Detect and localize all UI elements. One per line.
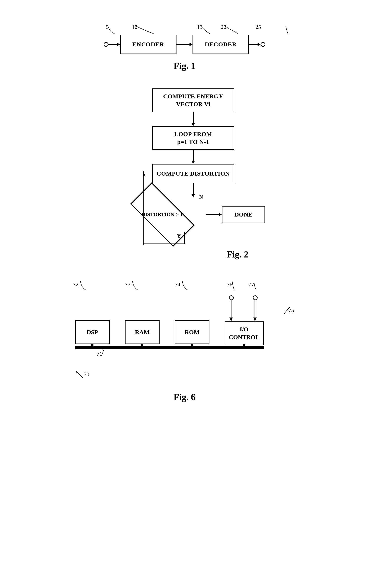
- page-container: 5 10 15 20 25: [0, 0, 369, 588]
- fig6-ram-box: RAM: [125, 320, 160, 344]
- fig1-output-circle: [261, 42, 265, 47]
- fig1-encoder-label: ENCODER: [132, 41, 164, 48]
- fig2-compute-energy-wrapper: COMPUTE ENERGY VECTOR Vi: [152, 88, 234, 112]
- fig2-loop-wrapper: LOOP FROM p=1 TO N-1: [152, 126, 234, 150]
- fig6-ref70-area: 70: [75, 370, 89, 379]
- fig1-container: 5 10 15 20 25: [17, 13, 352, 71]
- fig1-decoder-box: DECODER: [193, 35, 249, 54]
- svg-marker-5: [229, 317, 233, 321]
- fig1-decoder-wrapper: DECODER: [193, 35, 249, 54]
- fig2-caption: Fig. 2: [227, 249, 248, 260]
- fig2-compute-energy-label: COMPUTE ENERGY VECTOR Vi: [163, 92, 223, 108]
- fig2-backloop-up-svg: [143, 171, 243, 245]
- fig6-bus-bar: [75, 346, 264, 349]
- fig6-rom-bus-connector: [191, 344, 193, 347]
- fig6-io-box: I/O CONTROL: [225, 321, 264, 345]
- fig6-io-label: I/O CONTROL: [229, 325, 259, 341]
- fig6-container: 72 73 74 76 77 75: [17, 273, 352, 402]
- fig6-dsp-bus-connector: [91, 344, 93, 347]
- fig2-compute-energy-box: COMPUTE ENERGY VECTOR Vi: [152, 88, 234, 112]
- fig6-circle77: [253, 295, 257, 300]
- fig6-ref72-line: [77, 279, 94, 292]
- fig6-ref77-line: [251, 279, 264, 292]
- fig1-input-circle: [104, 42, 108, 47]
- fig2-flowchart: COMPUTE ENERGY VECTOR Vi LOOP FROM p=1 T…: [103, 88, 266, 245]
- fig1-ref-lines: [104, 24, 299, 35]
- fig2-loop-box: LOOP FROM p=1 TO N-1: [152, 126, 234, 150]
- fig2-arrow1: [191, 112, 195, 126]
- fig6-io-bus-connector: [243, 344, 245, 347]
- fig2-loop-label: LOOP FROM p=1 TO N-1: [174, 130, 212, 146]
- fig1-caption: Fig. 1: [174, 61, 195, 71]
- fig6-diagram: 72 73 74 76 77 75: [71, 279, 298, 383]
- fig2-arrow2: [191, 150, 195, 164]
- svg-marker-7: [253, 317, 257, 321]
- fig6-ref76-line: [229, 279, 242, 292]
- fig6-ref70: 70: [84, 371, 89, 378]
- fig6-ref73-line: [129, 279, 147, 292]
- fig1-decoder-label: DECODER: [205, 41, 236, 48]
- fig6-circle76: [229, 295, 234, 300]
- fig1-encoder-wrapper: ENCODER: [120, 35, 176, 54]
- fig6-ref74-line: [179, 279, 196, 292]
- fig6-rom-label: ROM: [185, 328, 199, 336]
- fig6-ref71-line: [102, 350, 106, 356]
- fig6-rom-box: ROM: [175, 320, 209, 344]
- fig6-ref70-arrow: [75, 370, 84, 379]
- fig6-ram-bus-connector: [141, 344, 143, 347]
- fig6-ram-label: RAM: [135, 328, 150, 336]
- fig2-diamond-text: DISTORTION > T: [141, 211, 183, 218]
- fig6-dsp-label: DSP: [87, 328, 98, 336]
- fig6-ref75-line: [283, 306, 294, 315]
- fig6-caption: Fig. 6: [174, 392, 195, 402]
- fig1-encoder-box: ENCODER: [120, 35, 176, 54]
- fig2-container: COMPUTE ENERGY VECTOR Vi LOOP FROM p=1 T…: [17, 84, 352, 260]
- fig6-dsp-box: DSP: [75, 320, 110, 344]
